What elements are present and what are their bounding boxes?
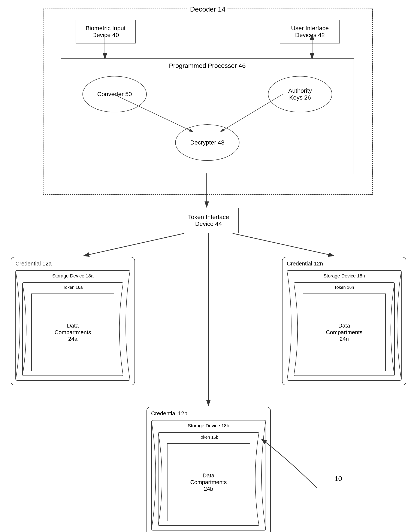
token-16n: Token 16n DataCompartments24n (294, 282, 395, 376)
storage-18n: Storage Device 18n Token 16n DataCompart… (287, 270, 402, 381)
token-to-cred-12n-arrow (233, 233, 334, 256)
token-b-right-curve (251, 433, 259, 525)
biometric-label: Biometric InputDevice 40 (86, 25, 126, 39)
token-to-cred-12a-arrow (83, 233, 184, 256)
token-16n-label: Token 16n (334, 285, 354, 290)
token-16a: Token 16a DataCompartments24a (22, 282, 123, 376)
token-right-curve (116, 283, 123, 376)
decrypter-ellipse: Decrypter 48 (175, 124, 240, 161)
biometric-box: Biometric InputDevice 40 (76, 20, 136, 43)
credential-12b-box: Credential 12b Storage Device 18b (146, 407, 271, 532)
credential-12a-box: Credential 12a Storage Device 18a (11, 257, 135, 385)
data-24a-text: DataCompartments24a (55, 322, 91, 342)
data-24b-text: DataCompartments24b (190, 472, 227, 492)
data-compartments-24a: DataCompartments24a (31, 294, 114, 371)
token-16b-label: Token 16b (198, 435, 218, 440)
token-left-curve (22, 283, 30, 376)
token-16b: Token 16b DataCompartments24b (158, 432, 259, 526)
token-b-left-curve (158, 433, 166, 525)
cred-12n-label: Credential 12n (287, 260, 323, 267)
authority-label: AuthorityKeys 26 (288, 87, 312, 101)
converter-label: Converter 50 (97, 91, 132, 98)
decoder-box: Decoder 14 Biometric InputDevice 40 User… (43, 9, 373, 195)
data-24n-text: DataCompartments24n (326, 322, 363, 342)
data-compartments-24n: DataCompartments24n (303, 294, 386, 371)
storage-18a-label: Storage Device 18a (52, 273, 93, 279)
reference-10: 10 (334, 475, 342, 483)
cred-12a-label: Credential 12a (15, 260, 52, 267)
decoder-label: Decoder 14 (188, 5, 228, 13)
data-compartments-24b: DataCompartments24b (167, 443, 250, 521)
storage-18n-label: Storage Device 18n (323, 273, 365, 279)
token-n-left-curve (294, 283, 301, 376)
uid-box: User InterfaceDevices 42 (280, 20, 340, 43)
authority-ellipse: AuthorityKeys 26 (268, 76, 332, 113)
converter-ellipse: Converter 50 (83, 76, 147, 113)
token-n-right-curve (387, 283, 395, 376)
token-16a-label: Token 16a (63, 285, 83, 290)
processor-label: Programmed Processor 46 (169, 62, 246, 69)
storage-18b: Storage Device 18b Token 16b DataCompart… (151, 420, 266, 531)
credential-12n-box: Credential 12n Storage Device 18n (282, 257, 406, 385)
storage-18b-label: Storage Device 18b (188, 423, 229, 429)
storage-18a: Storage Device 18a Token 16a DataCompart… (15, 270, 130, 381)
cred-12b-label: Credential 12b (151, 410, 188, 417)
token-interface-box: Token InterfaceDevice 44 (179, 208, 239, 233)
uid-label: User InterfaceDevices 42 (291, 25, 329, 39)
ref-10-label: 10 (334, 475, 342, 482)
token-label: Token InterfaceDevice 44 (188, 214, 229, 227)
decrypter-label: Decrypter 48 (190, 139, 224, 146)
processor-box: Programmed Processor 46 Converter 50 Aut… (61, 58, 354, 174)
